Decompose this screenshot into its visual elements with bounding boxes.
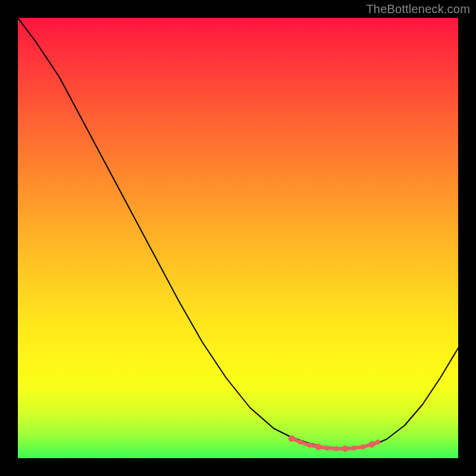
curve-layer (18, 18, 458, 458)
highlight-dot (369, 441, 375, 448)
plot-area (18, 18, 458, 458)
chart-frame: TheBottleneck.com (0, 0, 476, 476)
highlight-dot (315, 444, 322, 450)
highlight-dot (307, 443, 312, 447)
highlight-dot (325, 446, 330, 450)
highlight-dot (361, 444, 365, 449)
highlight-dot (298, 440, 303, 444)
main-curve-path (18, 18, 458, 448)
watermark-text: TheBottleneck.com (366, 2, 470, 16)
highlight-dot (342, 446, 349, 452)
highlight-dot (352, 446, 356, 450)
highlight-dot (334, 446, 339, 451)
highlight-dot (375, 440, 380, 444)
highlight-dot (289, 436, 295, 442)
